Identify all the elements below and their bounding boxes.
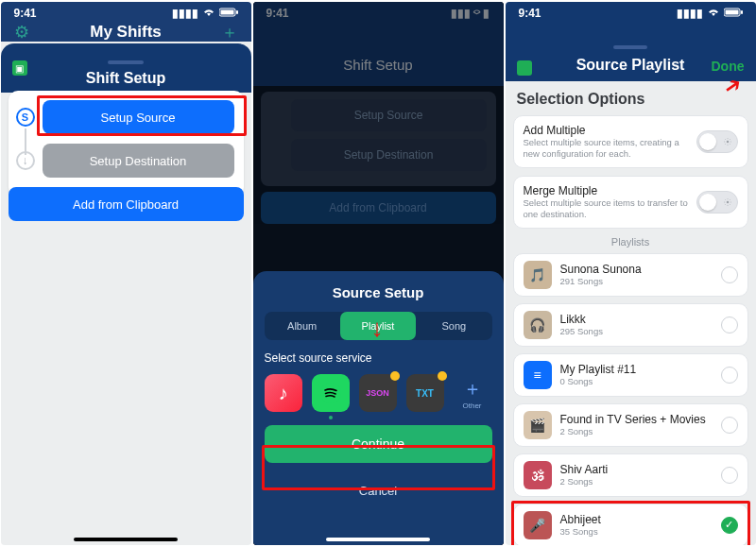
svg-rect-1 bbox=[220, 10, 233, 15]
status-bar: 9:41 ▮▮▮▮ bbox=[506, 2, 756, 25]
save-icon[interactable]: ▣ bbox=[12, 60, 27, 76]
home-indicator[interactable] bbox=[74, 538, 178, 541]
playlist-row[interactable]: 🎬Found in TV Series + Movies2 Songs bbox=[513, 403, 748, 447]
setup-source-button: Setup Source bbox=[291, 99, 487, 131]
sheet-title: Shift Setup bbox=[253, 43, 504, 86]
cancel-button[interactable]: Cancel bbox=[265, 472, 492, 508]
status-bar: 9:41 ▮▮▮▮ bbox=[1, 2, 251, 25]
playlist-art-icon: 🎬 bbox=[524, 411, 552, 439]
source-badge-icon: S bbox=[16, 108, 35, 127]
popup-title: Source Setup bbox=[265, 284, 492, 300]
playlist-count: 2 Songs bbox=[560, 426, 713, 436]
toggle-switch[interactable] bbox=[696, 130, 738, 153]
toggle-switch[interactable] bbox=[696, 191, 738, 214]
playlist-art-icon: ≡ bbox=[524, 361, 552, 389]
option-name: Add Multiple bbox=[524, 124, 689, 137]
playlist-count: 0 Songs bbox=[560, 376, 713, 386]
status-time: 9:41 bbox=[519, 7, 541, 20]
playlist-name: Found in TV Series + Movies bbox=[560, 413, 713, 426]
selection-options-header: Selection Options bbox=[517, 91, 745, 108]
segment-song[interactable]: Song bbox=[416, 312, 491, 340]
add-other-service-button[interactable]: ＋Other bbox=[454, 376, 491, 410]
setup-destination-button: Setup Destination bbox=[291, 139, 487, 171]
signal-icon: ▮▮▮▮ bbox=[172, 7, 198, 20]
destination-badge-icon: ↓ bbox=[16, 151, 35, 170]
playlist-art-icon: 🕉 bbox=[524, 461, 552, 489]
svg-point-7 bbox=[726, 141, 729, 144]
playlist-name: Abhijeet bbox=[560, 513, 713, 526]
drag-handle[interactable] bbox=[108, 60, 144, 64]
playlist-name: My Playlist #11 bbox=[560, 363, 713, 376]
sheet-title: Shift Setup bbox=[1, 70, 251, 87]
setup-source-button[interactable]: Setup Source bbox=[43, 100, 234, 134]
segment-album[interactable]: Album bbox=[265, 312, 340, 340]
playlist-count: 295 Songs bbox=[560, 326, 713, 336]
sheet-header: Shift Setup bbox=[1, 43, 251, 93]
select-service-label: Select source service bbox=[265, 351, 492, 365]
option-desc: Select multiple source items, creating a… bbox=[524, 137, 689, 160]
option-merge-multiple[interactable]: Merge Multiple Select multiple source it… bbox=[513, 176, 748, 229]
playlists-section-header: Playlists bbox=[513, 236, 748, 248]
svg-rect-2 bbox=[236, 10, 238, 14]
setup-card: S ↓ Setup Source Setup Destination bbox=[9, 91, 244, 197]
playlist-name: Shiv Aarti bbox=[560, 463, 713, 476]
spotify-icon[interactable] bbox=[312, 374, 350, 412]
playlist-count: 291 Songs bbox=[560, 276, 713, 286]
add-from-clipboard-button[interactable]: Add from Clipboard bbox=[9, 187, 244, 221]
radio-selected-icon[interactable]: ✓ bbox=[721, 517, 738, 534]
status-time: 9:41 bbox=[266, 7, 289, 20]
playlist-row[interactable]: 🕉Shiv Aarti2 Songs bbox=[513, 453, 748, 497]
badge-dot-icon bbox=[438, 371, 447, 381]
radio-icon[interactable] bbox=[721, 467, 738, 484]
playlist-art-icon: 🎤 bbox=[524, 511, 552, 539]
playlist-art-icon: 🎧 bbox=[524, 311, 552, 339]
source-setup-sheet: Source Setup Album Playlist Song Select … bbox=[253, 271, 504, 545]
annotation-arrow-icon: ↓ bbox=[371, 314, 384, 343]
svg-point-8 bbox=[726, 200, 729, 203]
option-desc: Select multiple source items to transfer… bbox=[524, 197, 689, 220]
setup-destination-button[interactable]: Setup Destination bbox=[43, 144, 234, 178]
playlist-art-icon: 🎵 bbox=[524, 261, 552, 289]
content-scroll[interactable]: Selection Options Add Multiple Select mu… bbox=[506, 85, 756, 545]
status-icons: ▮▮▮▮ bbox=[677, 7, 743, 20]
selected-dot-icon bbox=[329, 416, 333, 419]
drag-handle[interactable] bbox=[613, 45, 647, 49]
playlist-row[interactable]: 🎵Sunona Sunona291 Songs bbox=[513, 253, 748, 297]
battery-icon bbox=[724, 7, 743, 20]
status-time: 9:41 bbox=[14, 7, 37, 20]
radio-icon[interactable] bbox=[721, 367, 738, 384]
screen-source-setup: 9:41 ▮▮▮ ⌔ ▮ Shift Setup Setup Source Se… bbox=[253, 2, 504, 545]
svg-rect-6 bbox=[741, 10, 743, 14]
status-bar: 9:41 ▮▮▮ ⌔ ▮ bbox=[253, 2, 504, 25]
add-from-clipboard-button: Add from Clipboard bbox=[261, 192, 496, 224]
status-icons: ▮▮▮▮ bbox=[172, 7, 238, 20]
radio-icon[interactable] bbox=[721, 316, 738, 333]
playlist-row[interactable]: ≡My Playlist #110 Songs bbox=[513, 353, 748, 397]
screen-shift-setup: 9:41 ▮▮▮▮ ⚙ My Shifts ＋ Shift Setup ▣ S bbox=[1, 2, 251, 545]
gear-icon[interactable]: ⚙ bbox=[14, 22, 29, 43]
json-service-icon[interactable]: JSON bbox=[359, 374, 397, 412]
screen-source-playlist: 9:41 ▮▮▮▮ Source Playlist Done ➔ Selecti… bbox=[506, 2, 756, 545]
txt-service-icon[interactable]: TXT bbox=[406, 374, 444, 412]
apple-music-icon[interactable]: ♪ bbox=[265, 374, 302, 412]
playlist-count: 35 Songs bbox=[560, 526, 713, 537]
playlist-row[interactable]: 🎧Likkk295 Songs bbox=[513, 303, 748, 347]
playlist-name: Likkk bbox=[560, 313, 713, 326]
radio-icon[interactable] bbox=[721, 266, 738, 283]
option-add-multiple[interactable]: Add Multiple Select multiple source item… bbox=[513, 115, 748, 168]
continue-button[interactable]: Continue bbox=[265, 425, 492, 463]
playlist-row[interactable]: 🎤Abhijeet35 Songs✓ bbox=[513, 504, 748, 546]
radio-icon[interactable] bbox=[721, 417, 738, 434]
home-indicator[interactable] bbox=[326, 538, 430, 541]
done-button[interactable]: Done bbox=[712, 59, 745, 74]
battery-icon bbox=[219, 7, 238, 20]
wifi-icon bbox=[202, 7, 215, 20]
service-list: ♪ JSON TXT ＋Other bbox=[265, 374, 492, 412]
svg-rect-5 bbox=[725, 10, 738, 15]
playlist-count: 2 Songs bbox=[560, 476, 713, 487]
wifi-icon bbox=[707, 7, 720, 20]
status-icons: ▮▮▮ ⌔ ▮ bbox=[451, 7, 490, 20]
badge-dot-icon bbox=[390, 371, 400, 381]
option-name: Merge Multiple bbox=[524, 184, 689, 197]
app-title: My Shifts bbox=[90, 23, 162, 42]
